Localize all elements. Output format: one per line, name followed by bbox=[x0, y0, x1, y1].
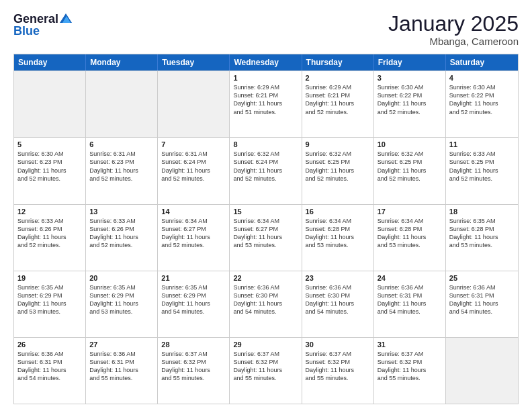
day-cell-4: 4Sunrise: 6:30 AM Sunset: 6:22 PM Daylig… bbox=[446, 71, 518, 137]
calendar-body: 1Sunrise: 6:29 AM Sunset: 6:21 PM Daylig… bbox=[14, 71, 518, 404]
day-cell-24: 24Sunrise: 6:36 AM Sunset: 6:31 PM Dayli… bbox=[374, 271, 446, 337]
day-info: Sunrise: 6:35 AM Sunset: 6:29 PM Dayligh… bbox=[17, 283, 82, 316]
day-number: 20 bbox=[89, 274, 154, 282]
weekday-header-wednesday: Wednesday bbox=[230, 54, 302, 71]
day-info: Sunrise: 6:34 AM Sunset: 6:28 PM Dayligh… bbox=[306, 217, 370, 250]
empty-cell bbox=[158, 71, 230, 137]
title-block: January 2025 Mbanga, Cameroon bbox=[388, 12, 519, 47]
day-number: 18 bbox=[449, 208, 515, 216]
day-info: Sunrise: 6:37 AM Sunset: 6:32 PM Dayligh… bbox=[161, 350, 226, 383]
weekday-header-friday: Friday bbox=[374, 54, 446, 71]
day-cell-30: 30Sunrise: 6:37 AM Sunset: 6:32 PM Dayli… bbox=[302, 338, 374, 404]
day-number: 25 bbox=[449, 274, 515, 282]
day-info: Sunrise: 6:30 AM Sunset: 6:22 PM Dayligh… bbox=[378, 83, 442, 116]
empty-cell bbox=[86, 71, 158, 137]
day-cell-8: 8Sunrise: 6:32 AM Sunset: 6:24 PM Daylig… bbox=[230, 138, 302, 203]
location: Mbanga, Cameroon bbox=[388, 36, 519, 47]
week-row-3: 19Sunrise: 6:35 AM Sunset: 6:29 PM Dayli… bbox=[14, 271, 518, 337]
calendar-page: General Blue January 2025 Mbanga, Camero… bbox=[0, 0, 532, 411]
day-number: 31 bbox=[378, 340, 442, 349]
day-info: Sunrise: 6:29 AM Sunset: 6:21 PM Dayligh… bbox=[306, 83, 370, 116]
day-cell-19: 19Sunrise: 6:35 AM Sunset: 6:29 PM Dayli… bbox=[14, 271, 86, 337]
day-number: 11 bbox=[449, 140, 515, 148]
empty-cell bbox=[446, 338, 518, 404]
day-cell-13: 13Sunrise: 6:33 AM Sunset: 6:26 PM Dayli… bbox=[86, 205, 158, 271]
day-cell-9: 9Sunrise: 6:32 AM Sunset: 6:25 PM Daylig… bbox=[302, 138, 374, 203]
day-number: 29 bbox=[233, 340, 298, 349]
day-info: Sunrise: 6:32 AM Sunset: 6:24 PM Dayligh… bbox=[233, 150, 298, 183]
day-cell-7: 7Sunrise: 6:31 AM Sunset: 6:24 PM Daylig… bbox=[158, 138, 230, 203]
day-info: Sunrise: 6:29 AM Sunset: 6:21 PM Dayligh… bbox=[233, 83, 298, 116]
day-number: 23 bbox=[306, 274, 370, 282]
day-number: 12 bbox=[17, 208, 82, 216]
logo-blue: Blue bbox=[13, 24, 72, 38]
day-info: Sunrise: 6:35 AM Sunset: 6:29 PM Dayligh… bbox=[161, 283, 226, 316]
day-cell-25: 25Sunrise: 6:36 AM Sunset: 6:31 PM Dayli… bbox=[446, 271, 518, 337]
day-info: Sunrise: 6:36 AM Sunset: 6:31 PM Dayligh… bbox=[89, 350, 154, 383]
day-info: Sunrise: 6:36 AM Sunset: 6:30 PM Dayligh… bbox=[306, 283, 370, 316]
calendar: SundayMondayTuesdayWednesdayThursdayFrid… bbox=[13, 54, 519, 404]
day-cell-15: 15Sunrise: 6:34 AM Sunset: 6:27 PM Dayli… bbox=[230, 205, 302, 271]
day-info: Sunrise: 6:31 AM Sunset: 6:23 PM Dayligh… bbox=[89, 150, 154, 183]
weekday-header-sunday: Sunday bbox=[14, 54, 86, 71]
day-number: 15 bbox=[233, 208, 298, 216]
day-cell-20: 20Sunrise: 6:35 AM Sunset: 6:29 PM Dayli… bbox=[86, 271, 158, 337]
calendar-header: SundayMondayTuesdayWednesdayThursdayFrid… bbox=[14, 54, 518, 71]
weekday-header-monday: Monday bbox=[86, 54, 158, 71]
day-info: Sunrise: 6:36 AM Sunset: 6:31 PM Dayligh… bbox=[449, 283, 515, 316]
day-number: 2 bbox=[306, 74, 370, 82]
empty-cell bbox=[14, 71, 86, 137]
week-row-1: 5Sunrise: 6:30 AM Sunset: 6:23 PM Daylig… bbox=[14, 137, 518, 203]
day-cell-12: 12Sunrise: 6:33 AM Sunset: 6:26 PM Dayli… bbox=[14, 205, 86, 271]
day-cell-26: 26Sunrise: 6:36 AM Sunset: 6:31 PM Dayli… bbox=[14, 338, 86, 404]
day-info: Sunrise: 6:33 AM Sunset: 6:25 PM Dayligh… bbox=[449, 150, 515, 183]
day-cell-5: 5Sunrise: 6:30 AM Sunset: 6:23 PM Daylig… bbox=[14, 138, 86, 203]
day-cell-11: 11Sunrise: 6:33 AM Sunset: 6:25 PM Dayli… bbox=[446, 138, 518, 203]
day-cell-1: 1Sunrise: 6:29 AM Sunset: 6:21 PM Daylig… bbox=[230, 71, 302, 137]
weekday-header-thursday: Thursday bbox=[302, 54, 374, 71]
day-number: 14 bbox=[161, 208, 226, 216]
day-cell-6: 6Sunrise: 6:31 AM Sunset: 6:23 PM Daylig… bbox=[86, 138, 158, 203]
day-cell-3: 3Sunrise: 6:30 AM Sunset: 6:22 PM Daylig… bbox=[374, 71, 446, 137]
day-number: 27 bbox=[89, 340, 154, 349]
day-cell-27: 27Sunrise: 6:36 AM Sunset: 6:31 PM Dayli… bbox=[86, 338, 158, 404]
weekday-header-tuesday: Tuesday bbox=[158, 54, 230, 71]
logo-icon bbox=[60, 13, 72, 24]
day-cell-18: 18Sunrise: 6:35 AM Sunset: 6:28 PM Dayli… bbox=[446, 205, 518, 271]
day-number: 3 bbox=[378, 74, 442, 82]
logo: General Blue bbox=[13, 12, 72, 38]
day-info: Sunrise: 6:36 AM Sunset: 6:31 PM Dayligh… bbox=[378, 283, 442, 316]
day-number: 24 bbox=[378, 274, 442, 282]
day-info: Sunrise: 6:33 AM Sunset: 6:26 PM Dayligh… bbox=[89, 217, 154, 250]
month-title: January 2025 bbox=[388, 12, 519, 36]
day-info: Sunrise: 6:35 AM Sunset: 6:29 PM Dayligh… bbox=[89, 283, 154, 316]
day-cell-2: 2Sunrise: 6:29 AM Sunset: 6:21 PM Daylig… bbox=[302, 71, 374, 137]
day-info: Sunrise: 6:33 AM Sunset: 6:26 PM Dayligh… bbox=[17, 217, 82, 250]
day-number: 10 bbox=[378, 140, 442, 148]
day-number: 22 bbox=[233, 274, 298, 282]
day-number: 21 bbox=[161, 274, 226, 282]
day-number: 26 bbox=[17, 340, 82, 349]
day-info: Sunrise: 6:30 AM Sunset: 6:23 PM Dayligh… bbox=[17, 150, 82, 183]
day-info: Sunrise: 6:32 AM Sunset: 6:25 PM Dayligh… bbox=[306, 150, 370, 183]
day-info: Sunrise: 6:34 AM Sunset: 6:27 PM Dayligh… bbox=[233, 217, 298, 250]
day-cell-10: 10Sunrise: 6:32 AM Sunset: 6:25 PM Dayli… bbox=[374, 138, 446, 203]
day-info: Sunrise: 6:36 AM Sunset: 6:31 PM Dayligh… bbox=[17, 350, 82, 383]
day-cell-23: 23Sunrise: 6:36 AM Sunset: 6:30 PM Dayli… bbox=[302, 271, 374, 337]
day-number: 9 bbox=[306, 140, 370, 148]
day-info: Sunrise: 6:37 AM Sunset: 6:32 PM Dayligh… bbox=[306, 350, 370, 383]
day-info: Sunrise: 6:35 AM Sunset: 6:28 PM Dayligh… bbox=[449, 217, 515, 250]
day-number: 6 bbox=[89, 140, 154, 148]
day-cell-17: 17Sunrise: 6:34 AM Sunset: 6:28 PM Dayli… bbox=[374, 205, 446, 271]
day-info: Sunrise: 6:36 AM Sunset: 6:30 PM Dayligh… bbox=[233, 283, 298, 316]
day-number: 8 bbox=[233, 140, 298, 148]
day-info: Sunrise: 6:34 AM Sunset: 6:28 PM Dayligh… bbox=[378, 217, 442, 250]
day-cell-14: 14Sunrise: 6:34 AM Sunset: 6:27 PM Dayli… bbox=[158, 205, 230, 271]
day-number: 4 bbox=[449, 74, 515, 82]
day-number: 13 bbox=[89, 208, 154, 216]
day-number: 1 bbox=[233, 74, 298, 82]
day-number: 19 bbox=[17, 274, 82, 282]
day-number: 30 bbox=[306, 340, 370, 349]
weekday-header-saturday: Saturday bbox=[446, 54, 518, 71]
day-info: Sunrise: 6:37 AM Sunset: 6:32 PM Dayligh… bbox=[233, 350, 298, 383]
